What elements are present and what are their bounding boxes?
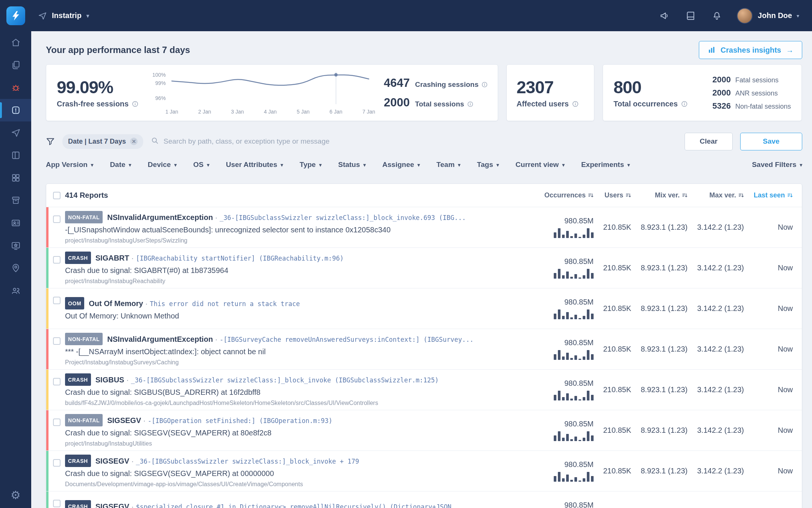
trend-svg: [169, 70, 374, 106]
id-card-icon: [11, 218, 21, 228]
save-button[interactable]: Save: [740, 133, 802, 150]
info-icon[interactable]: [572, 101, 579, 107]
report-title: SIGSEGV: [95, 502, 129, 508]
filter-dropdown[interactable]: OS ▾: [193, 161, 209, 169]
report-title: SIGSEGV: [95, 457, 129, 465]
table-row[interactable]: CRASHSIGBUS · _36-[IBGSubclassSwizzler s…: [46, 369, 802, 410]
info-icon[interactable]: [681, 101, 688, 107]
chevron-down-icon: ▾: [458, 162, 461, 168]
sidebar-item-crashes[interactable]: [0, 99, 31, 121]
table-row[interactable]: CRASHSIGSEGV · $specialized closure #1 i…: [46, 491, 802, 508]
report-message: -[_UISnapshotWindow actualSceneBounds]: …: [65, 226, 521, 234]
filter-dropdown[interactable]: Assignee ▾: [382, 161, 420, 169]
map-pin-icon: [11, 263, 21, 273]
report-location: _36-[IBGSubclassSwizzler swizzleClass:]_…: [220, 214, 466, 221]
last-seen-value: Now: [744, 304, 793, 313]
table-row[interactable]: NON-FATALNSInvalidArgumentException · -[…: [46, 329, 802, 369]
brand-logo[interactable]: [6, 6, 25, 25]
sidebar-item-settings[interactable]: ⚙: [0, 484, 31, 506]
anr-sessions-label: ANR sessions: [735, 89, 778, 97]
clear-button[interactable]: Clear: [685, 133, 733, 150]
column-header-max-ver[interactable]: Max ver.: [688, 191, 744, 199]
crash-free-card: 99.09% Crash-free sessions 100%99%96%: [46, 64, 498, 121]
occurrences-cell: 980.85M: [530, 379, 594, 400]
filter-funnel-icon[interactable]: [46, 137, 55, 146]
filter-dropdown[interactable]: Experiments ▾: [581, 161, 630, 169]
announcements-icon[interactable]: [659, 11, 669, 21]
sidebar-item-home[interactable]: [0, 31, 31, 54]
row-checkbox[interactable]: [53, 337, 61, 345]
sort-icon: [588, 193, 594, 198]
filter-dropdown-label: Type: [300, 161, 316, 169]
search-input[interactable]: [164, 137, 677, 146]
filter-dropdown-label: Team: [436, 161, 454, 169]
report-path: Documents/Development/vimage-app-ios/vim…: [65, 481, 521, 488]
saved-filters-dropdown[interactable]: Saved Filters ▾: [752, 161, 802, 169]
filter-dropdown[interactable]: Type ▾: [300, 161, 321, 169]
row-checkbox[interactable]: [53, 459, 61, 467]
sidebar-item-surveys[interactable]: [0, 121, 31, 144]
filter-dropdown[interactable]: Current view ▾: [515, 161, 565, 169]
occurrences-sparkline: [554, 431, 594, 441]
row-checkbox[interactable]: [53, 378, 61, 385]
send-icon: [11, 128, 21, 138]
report-path: project/Instabug/InstabugUserSteps/Swizz…: [65, 237, 521, 244]
sidebar-item-geo[interactable]: [0, 257, 31, 279]
row-checkbox[interactable]: [53, 215, 61, 223]
info-icon[interactable]: [482, 82, 488, 88]
column-header-last-seen[interactable]: Last seen: [744, 191, 793, 199]
filter-dropdown[interactable]: Date ▾: [110, 161, 131, 169]
user-menu[interactable]: John Doe ▾: [737, 8, 799, 24]
table-row[interactable]: OOMOut Of Memory · This error did not re…: [46, 288, 802, 329]
report-path: Project/Instabug/InstabugSurveys/Caching: [65, 359, 521, 366]
occurrences-value: 980.85M: [564, 257, 594, 266]
sidebar-item-bug-reporting[interactable]: [0, 76, 31, 99]
crash-free-label: Crash-free sessions: [57, 100, 129, 108]
info-icon[interactable]: [132, 101, 138, 107]
last-seen-value: Now: [744, 345, 793, 353]
sidebar-item-users[interactable]: [0, 212, 31, 234]
table-row[interactable]: NON-FATALNSInvalidArgumentException · _3…: [46, 207, 802, 247]
chevron-down-icon: ▾: [319, 162, 322, 168]
occurrences-cell: 980.85M: [530, 257, 594, 279]
saved-filters-label: Saved Filters: [752, 161, 796, 169]
date-filter-chip[interactable]: Date | Last 7 Days ✕: [62, 134, 143, 149]
notifications-bell-icon[interactable]: [712, 11, 722, 21]
chevron-down-icon: ▾: [280, 162, 283, 168]
filter-dropdown[interactable]: Device ▾: [148, 161, 177, 169]
sidebar-item-team[interactable]: [0, 279, 31, 302]
severity-stripe: [46, 410, 48, 450]
row-checkbox[interactable]: [53, 297, 61, 304]
column-header-users[interactable]: Users: [594, 191, 631, 199]
column-header-occurrences[interactable]: Occurrences: [530, 191, 594, 199]
filter-dropdown[interactable]: Status ▾: [338, 161, 366, 169]
page-title: Your app performance last 7 days: [46, 45, 190, 55]
app-switcher[interactable]: Instatrip ▾: [38, 11, 89, 20]
dot-separator: ·: [213, 335, 220, 343]
filter-dropdown[interactable]: User Attributes ▾: [226, 161, 283, 169]
report-title: SIGSEGV: [107, 416, 141, 425]
crashing-sessions-metric: 4647 Crashing sessions: [383, 76, 488, 90]
close-icon[interactable]: ✕: [130, 138, 138, 145]
filter-dropdown[interactable]: Tags ▾: [477, 161, 499, 169]
filter-dropdown[interactable]: Team ▾: [436, 161, 461, 169]
row-checkbox[interactable]: [53, 500, 61, 507]
table-row[interactable]: NON-FATALSIGSEGV · -[IBGOperation setFin…: [46, 410, 802, 450]
select-all-checkbox[interactable]: [53, 192, 61, 199]
column-header-mix-ver[interactable]: Mix ver.: [631, 191, 688, 199]
filter-dropdown-label: Experiments: [581, 161, 624, 169]
table-row[interactable]: CRASHSIGABRT · [IBGReachability startNot…: [46, 247, 802, 288]
table-row[interactable]: CRASHSIGSEGV · _36-[IBGSubclassSwizzler …: [46, 450, 802, 491]
filter-dropdown-label: OS: [193, 161, 203, 169]
sidebar-item-sessions[interactable]: [0, 234, 31, 257]
sidebar-item-features[interactable]: [0, 144, 31, 167]
row-checkbox[interactable]: [53, 419, 61, 426]
sidebar-item-integrations[interactable]: [0, 167, 31, 189]
crashes-insights-button[interactable]: Crashes insights →: [699, 41, 802, 59]
info-icon[interactable]: [467, 101, 473, 107]
filter-dropdown[interactable]: App Version ▾: [46, 161, 93, 169]
row-checkbox[interactable]: [53, 256, 61, 264]
docs-book-icon[interactable]: [686, 11, 695, 21]
sidebar-item-releases[interactable]: [0, 189, 31, 212]
sidebar-item-reports[interactable]: [0, 54, 31, 76]
